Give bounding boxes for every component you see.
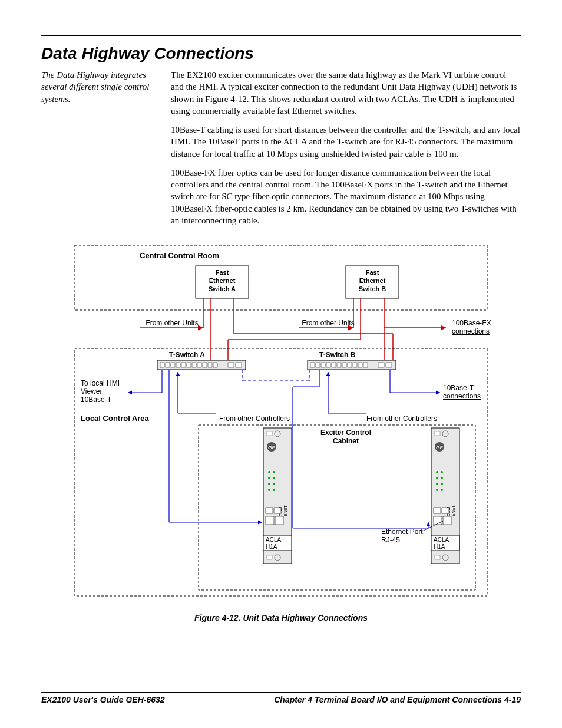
top-rule (41, 35, 521, 36)
svg-rect-61 (275, 516, 283, 525)
svg-point-48 (268, 471, 270, 473)
svg-rect-15 (208, 363, 212, 367)
svg-rect-66 (267, 555, 272, 559)
svg-rect-10 (181, 363, 186, 367)
figure-wrapper: Central Control Room Fast Ethernet Switc… (41, 239, 521, 622)
tswitch-b-ports (310, 363, 392, 367)
paragraph-2: 10Base-T cabling is used for short dista… (171, 124, 521, 160)
svg-rect-18 (236, 363, 242, 367)
svg-rect-28 (358, 363, 362, 367)
svg-rect-6 (160, 363, 164, 367)
svg-rect-19 (310, 363, 315, 367)
svg-rect-83 (442, 508, 449, 513)
svg-rect-21 (321, 363, 325, 367)
exciter-label-2: Cabinet (333, 437, 359, 445)
acla-card-left: GE COM ENET ACLA (263, 428, 292, 564)
footer-right: Chapter 4 Terminal Board I/O and Equipme… (274, 695, 521, 704)
switch-a-line1: Fast (216, 269, 229, 276)
margin-note: The Data Highway integrates several diff… (41, 69, 159, 233)
svg-rect-7 (166, 363, 170, 367)
svg-rect-8 (171, 363, 175, 367)
svg-point-72 (436, 471, 438, 473)
svg-rect-14 (203, 363, 207, 367)
svg-point-76 (441, 471, 443, 473)
enet-port-label-1: Ethernet Port, (381, 528, 425, 536)
page-footer: EX2100 User's Guide GEH-6632 Chapter 4 T… (41, 692, 521, 704)
svg-rect-13 (197, 363, 201, 367)
acla-card-right: GE COM ENET ACLA H1A (431, 428, 459, 564)
figure-diagram: Central Control Room Fast Ethernet Switc… (69, 239, 493, 605)
svg-rect-27 (353, 363, 357, 367)
tswitch-a-ports (160, 363, 242, 367)
tenbase-label-1: 10Base-T (443, 384, 474, 392)
svg-text:GE: GE (436, 445, 443, 450)
local-area-label: Local Control Area (81, 414, 150, 423)
svg-rect-59 (274, 508, 281, 513)
tswitch-a-label: T-Switch A (169, 351, 205, 359)
svg-rect-12 (192, 363, 196, 367)
svg-point-79 (441, 489, 443, 491)
central-control-room-box (75, 245, 487, 310)
svg-rect-69 (435, 431, 440, 436)
paragraph-1: The EX2100 exciter communicates over the… (171, 69, 521, 117)
svg-rect-20 (316, 363, 320, 367)
switch-b-line2: Ethernet (359, 277, 386, 284)
svg-text:H1A: H1A (266, 543, 277, 550)
body-text: The EX2100 exciter communicates over the… (171, 69, 521, 233)
figure-caption: Figure 4-12. Unit Data Highway Connectio… (194, 613, 368, 622)
two-column-layout: The Data Highway integrates several diff… (41, 69, 521, 233)
svg-rect-22 (326, 363, 330, 367)
svg-rect-9 (176, 363, 180, 367)
svg-point-51 (268, 489, 270, 491)
from-ctrl-b-label: From other Controllers (366, 414, 437, 423)
enet-port-label-2: RJ-45 (381, 536, 400, 544)
svg-point-73 (436, 477, 438, 479)
switch-b-line3: Switch B (359, 285, 386, 292)
svg-text:ENET: ENET (451, 505, 455, 516)
svg-rect-26 (348, 363, 352, 367)
paragraph-3: 100Base-FX fiber optics can be used for … (171, 167, 521, 226)
switch-b-line1: Fast (366, 269, 379, 276)
svg-rect-45 (267, 431, 272, 436)
hmi-label-3: 10Base-T (81, 396, 112, 404)
svg-text:ACLA: ACLA (266, 536, 281, 543)
central-control-room-label: Central Control Room (140, 251, 219, 260)
svg-rect-17 (228, 363, 234, 367)
svg-rect-25 (342, 363, 346, 367)
from-ctrl-a-label: From other Controllers (219, 414, 290, 423)
svg-point-77 (441, 477, 443, 479)
exciter-label-1: Exciter Control (320, 429, 371, 437)
svg-rect-11 (187, 363, 191, 367)
svg-text:GE: GE (268, 445, 275, 450)
svg-point-50 (268, 483, 270, 485)
svg-rect-58 (266, 508, 273, 513)
footer-rule (41, 692, 521, 693)
svg-point-52 (273, 471, 275, 473)
fx-label-line1: 100Base-FX (452, 319, 491, 327)
svg-rect-29 (363, 363, 368, 367)
tenbase-label-2: connections (443, 392, 481, 400)
from-units-b-label: From other Units (302, 319, 354, 327)
svg-rect-23 (332, 363, 336, 367)
svg-point-75 (436, 489, 438, 491)
svg-rect-90 (435, 555, 440, 559)
svg-text:H1A: H1A (434, 543, 445, 550)
switch-a-line3: Switch A (209, 285, 236, 292)
hmi-label-1: To local HMI (81, 379, 120, 387)
svg-text:ACLA: ACLA (434, 536, 449, 543)
hmi-label-2: Viewer, (81, 387, 104, 396)
svg-point-74 (436, 483, 438, 485)
footer-left: EX2100 User's Guide GEH-6632 (41, 695, 165, 704)
switch-a-line2: Ethernet (209, 277, 236, 284)
svg-rect-82 (434, 508, 441, 513)
svg-rect-16 (213, 363, 217, 367)
svg-rect-24 (337, 363, 341, 367)
svg-point-78 (441, 483, 443, 485)
from-units-a-label: From other Units (146, 319, 198, 327)
svg-rect-85 (443, 516, 451, 525)
svg-point-55 (273, 489, 275, 491)
page-title: Data Highway Connections (41, 44, 521, 63)
svg-rect-30 (378, 363, 384, 367)
svg-point-49 (268, 477, 270, 479)
svg-rect-84 (434, 516, 442, 525)
